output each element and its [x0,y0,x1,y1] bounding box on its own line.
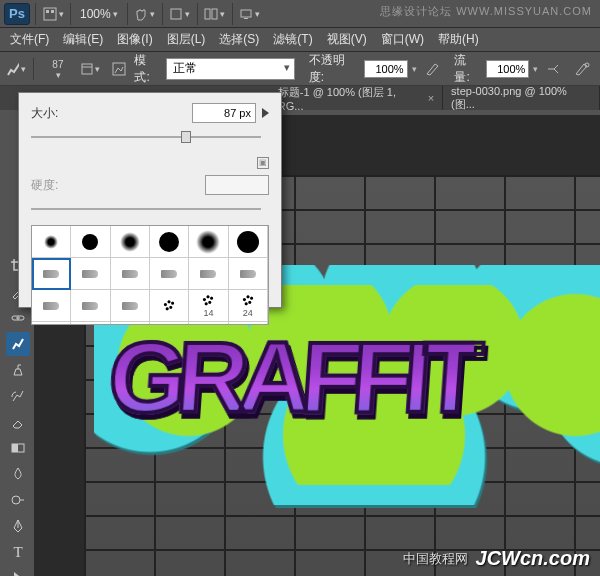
svg-rect-3 [171,9,181,19]
menu-help[interactable]: 帮助(H) [432,28,485,51]
opacity-label: 不透明度: [309,52,360,86]
eraser-tool[interactable] [6,410,30,434]
svg-rect-1 [46,10,49,13]
svg-rect-6 [241,10,251,17]
new-preset-icon[interactable]: ▣ [257,157,269,169]
menu-bar: 文件(F) 编辑(E) 图像(I) 图层(L) 选择(S) 滤镜(T) 视图(V… [0,28,600,52]
brush-preset-cell[interactable] [111,258,150,290]
svg-rect-8 [82,64,92,74]
svg-rect-16 [12,444,18,452]
flow-input[interactable]: 100% [486,60,530,78]
brush-preset-cell[interactable]: 24 [229,290,268,322]
watermark-cn: 中国教程网 [403,550,468,568]
brush-preset-cell[interactable]: 17 [229,322,268,325]
path-selection-tool[interactable] [6,566,30,576]
tablet-pressure-opacity[interactable] [421,58,445,80]
brush-preset-cell[interactable] [32,258,71,290]
brush-preset-cell[interactable]: 39 [71,322,110,325]
document-tab[interactable]: step-0030.png @ 100% (图... [443,86,600,110]
options-bar: 87 模式: 正常 不透明度: 100% ▾ 流量: 100% ▾ [0,52,600,86]
tool-preset-picker[interactable] [6,59,26,79]
artwork-graffiti-text: GRAFFIT [105,320,476,435]
brush-preset-cell[interactable] [150,258,189,290]
brush-preset-cell[interactable] [150,290,189,322]
brush-hardness-input[interactable] [205,175,269,195]
tab-title: step-0030.png @ 100% (图... [451,86,591,110]
svg-rect-2 [51,10,54,13]
menu-filter[interactable]: 滤镜(T) [267,28,318,51]
gradient-tool[interactable] [6,436,30,460]
svg-rect-0 [44,8,56,20]
brush-preset-cell[interactable]: 46 [111,322,150,325]
tablet-pressure-size[interactable] [570,58,594,80]
brush-preset-grid[interactable]: 1424273946591117 [31,225,269,325]
type-tool[interactable]: T [6,540,30,564]
mode-label: 模式: [134,52,161,86]
brush-preset-cell[interactable] [229,226,268,258]
preset-label: 14 [203,308,213,318]
history-brush-tool[interactable] [6,384,30,408]
brush-preset-cell[interactable] [229,258,268,290]
brush-panel-toggle[interactable] [79,58,103,80]
opacity-input[interactable]: 100% [364,60,408,78]
hand-tool-dropdown[interactable] [133,3,157,25]
view-extras-dropdown[interactable] [168,3,192,25]
brush-hardness-slider[interactable] [31,203,261,215]
menu-select[interactable]: 选择(S) [213,28,265,51]
brush-preset-cell[interactable] [71,226,110,258]
menu-view[interactable]: 视图(V) [321,28,373,51]
bridge-dropdown[interactable] [41,3,65,25]
brush-preset-cell[interactable]: 27 [32,322,71,325]
close-icon[interactable]: × [428,92,434,104]
watermark-url: JCWcn.com [476,547,590,570]
title-bar: Ps 100% 思缘设计论坛 WWW.MISSYUAN.COM [0,0,600,28]
svg-point-17 [12,496,20,504]
dodge-tool[interactable] [6,488,30,512]
brush-preset-cell[interactable] [189,258,228,290]
brush-preset-cell[interactable] [32,290,71,322]
airbrush-toggle[interactable] [542,58,566,80]
menu-layer[interactable]: 图层(L) [161,28,212,51]
brush-preset-picker[interactable]: 87 [41,57,75,81]
zoom-level[interactable]: 100% [76,4,122,24]
app-logo: Ps [4,3,30,25]
brush-size-flyout-icon[interactable] [262,108,269,118]
screen-mode[interactable] [238,3,262,25]
menu-window[interactable]: 窗口(W) [375,28,430,51]
menu-file[interactable]: 文件(F) [4,28,55,51]
menu-image[interactable]: 图像(I) [111,28,158,51]
preset-label: 24 [243,308,253,318]
brush-preset-cell[interactable] [189,226,228,258]
watermark: 中国教程网 JCWcn.com [403,547,590,570]
page-credit: 思缘设计论坛 WWW.MISSYUAN.COM [380,4,592,19]
slider-thumb[interactable] [181,131,191,143]
clone-stamp-tool[interactable] [6,358,30,382]
brush-preset-cell[interactable] [111,290,150,322]
brush-preset-cell[interactable] [71,290,110,322]
blend-mode-select[interactable]: 正常 [166,58,295,80]
brush-tool[interactable] [6,332,30,356]
document-tab[interactable]: 标题-1 @ 100% (图层 1, RG... × [270,86,443,110]
brush-preset-cell[interactable]: 14 [189,290,228,322]
svg-rect-4 [205,9,210,19]
arrange-documents[interactable] [203,3,227,25]
blur-tool[interactable] [6,462,30,486]
brush-preset-cell[interactable] [32,226,71,258]
brush-size-slider[interactable] [31,131,261,143]
brush-preset-cell[interactable] [111,226,150,258]
pen-tool[interactable] [6,514,30,538]
brush-size-input[interactable] [192,103,256,123]
brush-preset-cell[interactable] [150,226,189,258]
brush-preset-cell[interactable]: 11 [189,322,228,325]
svg-rect-5 [212,9,217,19]
brush-panel-icon[interactable] [107,58,131,80]
brush-preset-cell[interactable] [71,258,110,290]
brush-size-readout: 87 [52,59,63,70]
brush-preset-popup: 大小: ▣ 硬度: 1424273946591117 [18,92,282,308]
menu-edit[interactable]: 编辑(E) [57,28,109,51]
healing-brush-tool[interactable] [6,306,30,330]
flow-label: 流量: [454,52,481,86]
tab-title: 标题-1 @ 100% (图层 1, RG... [278,86,422,110]
brush-size-label: 大小: [31,105,58,122]
brush-preset-cell[interactable]: 59 [150,322,189,325]
